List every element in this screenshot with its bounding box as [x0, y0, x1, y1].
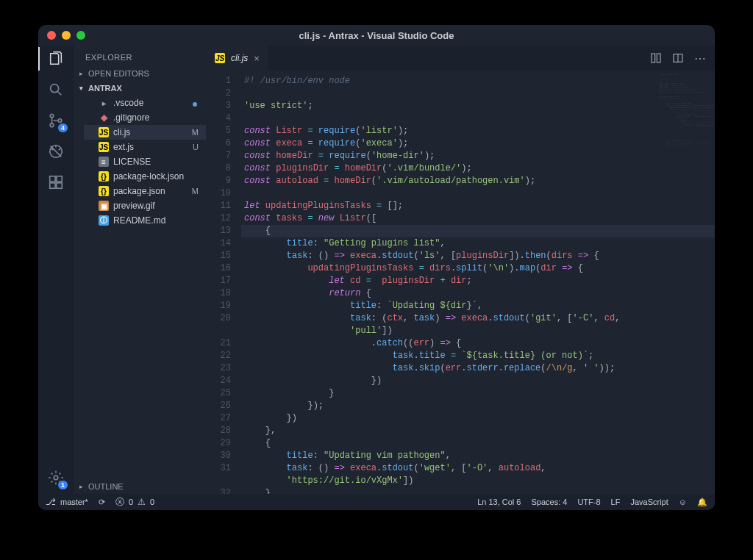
- code-line[interactable]: return {: [241, 287, 715, 300]
- explorer-icon[interactable]: [47, 50, 65, 68]
- img-file-icon: ▣: [99, 201, 109, 211]
- chevron-right-icon: ▸: [79, 483, 85, 490]
- debug-icon[interactable]: [47, 143, 65, 160]
- file-preview-gif[interactable]: ▣preview.gif: [84, 198, 206, 213]
- eol[interactable]: LF: [611, 498, 621, 506]
- code-line[interactable]: const tasks = new Listr([: [241, 212, 715, 225]
- code-line[interactable]: title: "Updating vim pathogen",: [241, 450, 715, 462]
- code-line[interactable]: }: [241, 387, 715, 400]
- code-line[interactable]: [241, 187, 715, 200]
- code-line[interactable]: const pluginsDir = homeDir('.vim/bundle/…: [241, 162, 715, 175]
- svg-rect-6: [57, 176, 62, 182]
- code-line[interactable]: 'pull']): [241, 325, 715, 337]
- code-line[interactable]: });: [241, 400, 715, 412]
- code-line[interactable]: task: (ctx, task) => execa.stdout('git',…: [241, 312, 715, 325]
- file-name: preview.gif: [113, 201, 155, 211]
- title-bar: cli.js - Antrax - Visual Studio Code: [38, 25, 715, 46]
- file-README-md[interactable]: ⓘREADME.md: [84, 213, 206, 228]
- encoding[interactable]: UTF-8: [577, 498, 600, 506]
- code-editor[interactable]: 1234567891011121314151617181920212223242…: [206, 71, 715, 494]
- code-line[interactable]: const execa = require('execa');: [241, 137, 715, 150]
- file--gitignore[interactable]: ◆.gitignore: [84, 110, 206, 125]
- source-control-icon[interactable]: 4: [47, 112, 65, 129]
- file-LICENSE[interactable]: ≡LICENSE: [84, 154, 206, 169]
- code-line[interactable]: {: [241, 437, 715, 450]
- project-section[interactable]: ▾ ANTRAX: [74, 81, 206, 96]
- svg-point-2: [50, 123, 54, 127]
- sync-button[interactable]: ⟳: [99, 498, 105, 507]
- file-status: M: [192, 128, 199, 137]
- svg-point-1: [50, 114, 54, 118]
- code-line[interactable]: 'use strict';: [241, 100, 715, 112]
- language-mode[interactable]: JavaScript: [630, 498, 668, 506]
- indentation[interactable]: Spaces: 4: [531, 498, 567, 506]
- extensions-icon[interactable]: [47, 173, 65, 191]
- problems[interactable]: ⓧ0 ⚠0: [115, 496, 154, 509]
- code-line[interactable]: .catch((err) => {: [241, 337, 715, 350]
- file-name: package-lock.json: [113, 171, 184, 182]
- sidebar: EXPLORER ▸ OPEN EDITORS ▾ ANTRAX ▸.vscod…: [74, 46, 206, 494]
- settings-badge: 1: [58, 481, 68, 489]
- code-line[interactable]: updatingPluginsTasks = dirs.split('\n').…: [241, 262, 715, 275]
- file--vscode[interactable]: ▸.vscode: [84, 96, 206, 110]
- file-package-lock-json[interactable]: {}package-lock.json: [84, 169, 206, 184]
- code-line[interactable]: task: () => execa.stdout('ls', [pluginsD…: [241, 250, 715, 262]
- maximize-window-button[interactable]: [76, 31, 85, 40]
- code-line[interactable]: const homeDir = require('home-dir');: [241, 150, 715, 162]
- code-line[interactable]: [241, 87, 715, 100]
- code-line[interactable]: },: [241, 487, 715, 494]
- folder-file-icon: ▸: [99, 98, 109, 108]
- code-line[interactable]: const autoload = homeDir('.vim/autoload/…: [241, 175, 715, 187]
- settings-gear-icon[interactable]: 1: [47, 469, 65, 487]
- minimap[interactable]: #! /usr/bin/env node 'use strict'; const…: [656, 71, 715, 494]
- file-name: ext.js: [113, 142, 134, 152]
- svg-rect-10: [652, 54, 655, 62]
- branch-icon: ⎇: [46, 497, 56, 507]
- code-line[interactable]: {: [241, 225, 715, 237]
- code-line[interactable]: }): [241, 375, 715, 387]
- git-branch[interactable]: ⎇ master*: [46, 497, 88, 507]
- code-line[interactable]: title: `Updating ${dir}`,: [241, 300, 715, 312]
- code-line[interactable]: task.title = `${task.title} (or not)`;: [241, 350, 715, 362]
- svg-rect-11: [657, 54, 660, 62]
- code-line[interactable]: #! /usr/bin/env node: [241, 75, 715, 87]
- code-line[interactable]: task.skip(err.stderr.replace(/\n/g, ' ')…: [241, 362, 715, 375]
- search-icon[interactable]: [47, 81, 65, 98]
- file-name: package.json: [113, 186, 165, 196]
- json-file-icon: {}: [99, 186, 109, 196]
- svg-point-9: [54, 475, 58, 480]
- notifications-icon[interactable]: 🔔: [697, 498, 707, 507]
- md-file-icon: ⓘ: [99, 215, 109, 226]
- minimize-window-button[interactable]: [62, 31, 71, 40]
- feedback-icon[interactable]: ☺: [679, 498, 687, 506]
- code-line[interactable]: task: () => execa.stdout('wget', ['-O', …: [241, 462, 715, 475]
- more-actions-icon[interactable]: ⋯: [694, 51, 706, 65]
- split-editor-icon[interactable]: [672, 52, 684, 64]
- svg-rect-7: [50, 183, 55, 188]
- close-window-button[interactable]: [47, 31, 56, 40]
- cursor-position[interactable]: Ln 13, Col 6: [477, 498, 521, 506]
- svg-rect-8: [57, 183, 62, 188]
- code-line[interactable]: const Listr = require('listr');: [241, 125, 715, 137]
- open-editors-section[interactable]: ▸ OPEN EDITORS: [74, 66, 206, 81]
- file-name: .vscode: [113, 98, 143, 108]
- code-line[interactable]: }): [241, 412, 715, 425]
- close-tab-icon[interactable]: ×: [254, 53, 260, 64]
- file-name: README.md: [113, 215, 165, 226]
- json-file-icon: {}: [99, 171, 109, 182]
- git-file-icon: ◆: [99, 112, 109, 123]
- tab-bar: JS cli.js × ⋯: [206, 46, 715, 71]
- file-name: LICENSE: [113, 157, 151, 167]
- code-line[interactable]: let updatingPluginsTasks = [];: [241, 200, 715, 212]
- code-line[interactable]: 'https://git.io/vXgMx']): [241, 475, 715, 487]
- code-line[interactable]: title: "Getting plugins list",: [241, 237, 715, 250]
- compare-changes-icon[interactable]: [650, 52, 662, 64]
- outline-section[interactable]: ▸ OUTLINE: [74, 479, 206, 494]
- file-package-json[interactable]: {}package.jsonM: [84, 184, 206, 198]
- code-line[interactable]: },: [241, 425, 715, 437]
- code-line[interactable]: [241, 112, 715, 125]
- file-ext-js[interactable]: JSext.jsU: [84, 140, 206, 154]
- file-cli-js[interactable]: JScli.jsM: [84, 125, 206, 140]
- tab-cli-js[interactable]: JS cli.js ×: [206, 46, 268, 71]
- code-line[interactable]: let cd = pluginsDir + dir;: [241, 275, 715, 287]
